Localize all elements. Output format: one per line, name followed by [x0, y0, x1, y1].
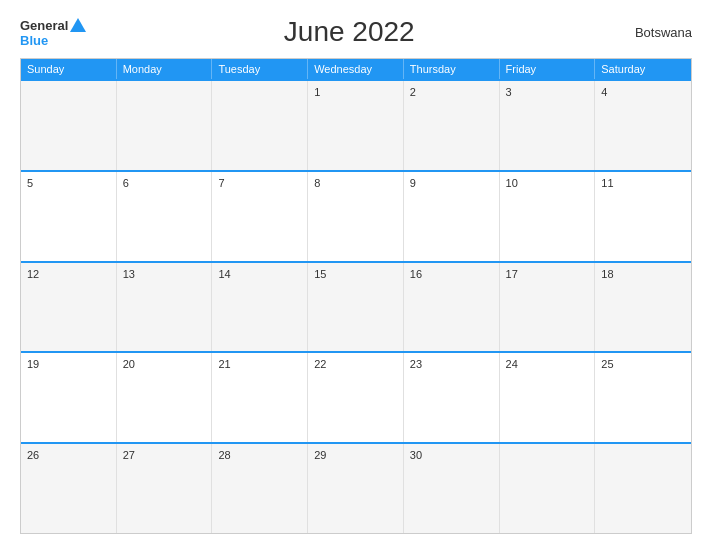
day-number: 22 [314, 358, 397, 370]
day-cell: 13 [117, 263, 213, 352]
day-cell: 20 [117, 353, 213, 442]
day-cell: 1 [308, 81, 404, 170]
day-number: 12 [27, 268, 110, 280]
day-number: 1 [314, 86, 397, 98]
day-cell: 16 [404, 263, 500, 352]
week-row-1: 1234 [21, 79, 691, 170]
day-number: 29 [314, 449, 397, 461]
day-cell [500, 444, 596, 533]
day-cell: 25 [595, 353, 691, 442]
day-number: 25 [601, 358, 685, 370]
day-cell: 12 [21, 263, 117, 352]
day-number: 8 [314, 177, 397, 189]
day-cell: 5 [21, 172, 117, 261]
day-cell: 10 [500, 172, 596, 261]
day-cell: 4 [595, 81, 691, 170]
day-number: 15 [314, 268, 397, 280]
header-sunday: Sunday [21, 59, 117, 79]
day-cell: 2 [404, 81, 500, 170]
calendar: Sunday Monday Tuesday Wednesday Thursday… [20, 58, 692, 534]
day-cell: 26 [21, 444, 117, 533]
logo-row1: General [20, 18, 86, 34]
weeks: 1234567891011121314151617181920212223242… [21, 79, 691, 533]
day-cell: 19 [21, 353, 117, 442]
day-number: 24 [506, 358, 589, 370]
day-cell: 6 [117, 172, 213, 261]
day-number: 9 [410, 177, 493, 189]
day-number: 13 [123, 268, 206, 280]
logo-wrapper: General Blue [20, 18, 86, 47]
day-cell: 9 [404, 172, 500, 261]
day-cell [212, 81, 308, 170]
day-cell: 3 [500, 81, 596, 170]
day-cell [595, 444, 691, 533]
day-cell: 22 [308, 353, 404, 442]
day-number: 4 [601, 86, 685, 98]
week-row-4: 19202122232425 [21, 351, 691, 442]
day-cell: 27 [117, 444, 213, 533]
header-thursday: Thursday [404, 59, 500, 79]
week-row-5: 2627282930 [21, 442, 691, 533]
day-cell: 8 [308, 172, 404, 261]
day-number: 5 [27, 177, 110, 189]
days-header: Sunday Monday Tuesday Wednesday Thursday… [21, 59, 691, 79]
day-cell: 21 [212, 353, 308, 442]
day-cell [117, 81, 213, 170]
day-number: 11 [601, 177, 685, 189]
day-number: 26 [27, 449, 110, 461]
header-friday: Friday [500, 59, 596, 79]
day-cell: 29 [308, 444, 404, 533]
logo-blue-text: Blue [20, 34, 48, 47]
day-cell [21, 81, 117, 170]
logo-general-text: General [20, 19, 68, 32]
header: General Blue June 2022 Botswana [20, 16, 692, 48]
day-cell: 11 [595, 172, 691, 261]
day-number: 14 [218, 268, 301, 280]
day-number: 16 [410, 268, 493, 280]
day-number: 6 [123, 177, 206, 189]
day-number: 7 [218, 177, 301, 189]
day-cell: 30 [404, 444, 500, 533]
page: General Blue June 2022 Botswana Sunday M… [0, 0, 712, 550]
day-cell: 15 [308, 263, 404, 352]
day-number: 23 [410, 358, 493, 370]
day-cell: 28 [212, 444, 308, 533]
day-number: 20 [123, 358, 206, 370]
day-cell: 23 [404, 353, 500, 442]
logo: General Blue [20, 18, 86, 47]
day-number: 28 [218, 449, 301, 461]
country-label: Botswana [612, 25, 692, 40]
day-number: 10 [506, 177, 589, 189]
day-number: 18 [601, 268, 685, 280]
calendar-title: June 2022 [86, 16, 612, 48]
day-cell: 14 [212, 263, 308, 352]
header-monday: Monday [117, 59, 213, 79]
week-row-2: 567891011 [21, 170, 691, 261]
day-number: 3 [506, 86, 589, 98]
week-row-3: 12131415161718 [21, 261, 691, 352]
day-number: 27 [123, 449, 206, 461]
day-number: 17 [506, 268, 589, 280]
header-tuesday: Tuesday [212, 59, 308, 79]
day-cell: 24 [500, 353, 596, 442]
day-number: 21 [218, 358, 301, 370]
day-cell: 7 [212, 172, 308, 261]
day-number: 30 [410, 449, 493, 461]
day-cell: 17 [500, 263, 596, 352]
day-cell: 18 [595, 263, 691, 352]
day-number: 2 [410, 86, 493, 98]
header-saturday: Saturday [595, 59, 691, 79]
header-wednesday: Wednesday [308, 59, 404, 79]
day-number: 19 [27, 358, 110, 370]
logo-triangle-icon [70, 18, 86, 32]
